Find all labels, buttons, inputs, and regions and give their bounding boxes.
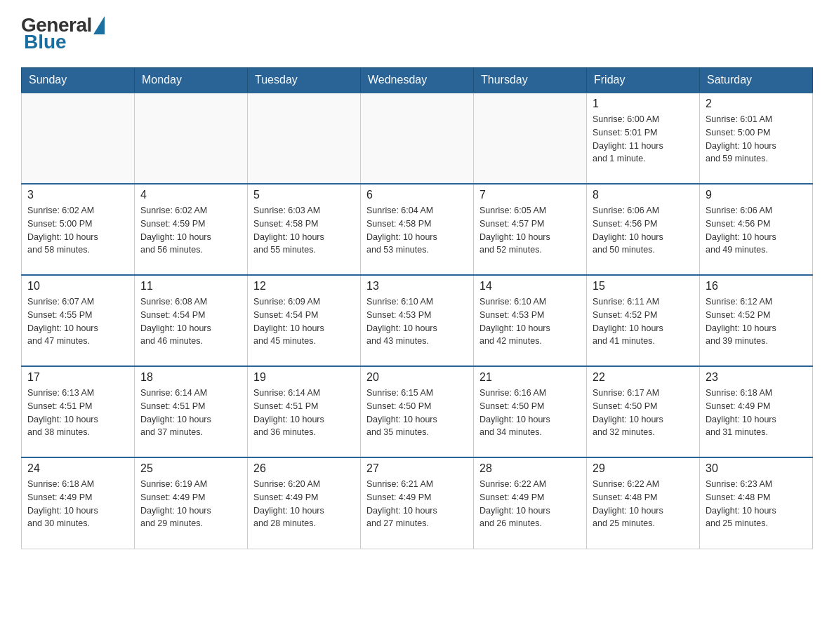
day-number: 1 bbox=[593, 98, 694, 110]
calendar-cell: 11Sunrise: 6:08 AMSunset: 4:54 PMDayligh… bbox=[135, 275, 248, 366]
calendar-cell: 25Sunrise: 6:19 AMSunset: 4:49 PMDayligh… bbox=[135, 457, 248, 549]
day-number: 11 bbox=[140, 280, 241, 293]
column-header-saturday: Saturday bbox=[700, 68, 813, 93]
day-number: 5 bbox=[253, 189, 355, 201]
calendar-cell: 2Sunrise: 6:01 AMSunset: 5:00 PMDaylight… bbox=[700, 93, 813, 184]
day-info: Sunrise: 6:09 AMSunset: 4:54 PMDaylight:… bbox=[253, 295, 355, 348]
calendar-cell: 7Sunrise: 6:05 AMSunset: 4:57 PMDaylight… bbox=[474, 184, 587, 275]
day-number: 16 bbox=[706, 280, 807, 293]
calendar-cell: 5Sunrise: 6:03 AMSunset: 4:58 PMDaylight… bbox=[248, 184, 361, 275]
day-info: Sunrise: 6:13 AMSunset: 4:51 PMDaylight:… bbox=[27, 387, 128, 439]
day-number: 27 bbox=[366, 462, 468, 475]
day-info: Sunrise: 6:10 AMSunset: 4:53 PMDaylight:… bbox=[366, 295, 468, 348]
page-header: General Blue bbox=[21, 14, 813, 53]
column-header-monday: Monday bbox=[135, 68, 248, 93]
calendar-cell: 16Sunrise: 6:12 AMSunset: 4:52 PMDayligh… bbox=[700, 275, 813, 366]
day-number: 23 bbox=[706, 371, 807, 384]
column-header-tuesday: Tuesday bbox=[248, 68, 361, 93]
day-info: Sunrise: 6:18 AMSunset: 4:49 PMDaylight:… bbox=[27, 478, 128, 530]
calendar-cell: 29Sunrise: 6:22 AMSunset: 4:48 PMDayligh… bbox=[587, 457, 700, 549]
calendar-cell: 22Sunrise: 6:17 AMSunset: 4:50 PMDayligh… bbox=[587, 366, 700, 457]
day-info: Sunrise: 6:02 AMSunset: 5:00 PMDaylight:… bbox=[27, 204, 128, 257]
day-info: Sunrise: 6:16 AMSunset: 4:50 PMDaylight:… bbox=[479, 387, 581, 439]
day-number: 8 bbox=[593, 189, 694, 201]
day-number: 3 bbox=[27, 189, 128, 201]
logo: General Blue bbox=[21, 14, 105, 53]
day-number: 15 bbox=[593, 280, 694, 293]
day-info: Sunrise: 6:06 AMSunset: 4:56 PMDaylight:… bbox=[706, 204, 807, 257]
day-number: 26 bbox=[253, 462, 355, 475]
calendar-week-row: 1Sunrise: 6:00 AMSunset: 5:01 PMDaylight… bbox=[22, 93, 813, 184]
calendar-cell: 17Sunrise: 6:13 AMSunset: 4:51 PMDayligh… bbox=[22, 366, 135, 457]
calendar-cell: 6Sunrise: 6:04 AMSunset: 4:58 PMDaylight… bbox=[361, 184, 474, 275]
calendar-cell: 14Sunrise: 6:10 AMSunset: 4:53 PMDayligh… bbox=[474, 275, 587, 366]
day-number: 21 bbox=[479, 371, 581, 384]
column-header-sunday: Sunday bbox=[22, 68, 135, 93]
calendar-cell: 21Sunrise: 6:16 AMSunset: 4:50 PMDayligh… bbox=[474, 366, 587, 457]
day-number: 25 bbox=[140, 462, 241, 475]
calendar-cell bbox=[135, 93, 248, 184]
day-info: Sunrise: 6:20 AMSunset: 4:49 PMDaylight:… bbox=[253, 478, 355, 530]
day-info: Sunrise: 6:06 AMSunset: 4:56 PMDaylight:… bbox=[593, 204, 694, 257]
day-info: Sunrise: 6:07 AMSunset: 4:55 PMDaylight:… bbox=[27, 295, 128, 348]
day-number: 12 bbox=[253, 280, 355, 293]
calendar-cell: 27Sunrise: 6:21 AMSunset: 4:49 PMDayligh… bbox=[361, 457, 474, 549]
day-info: Sunrise: 6:22 AMSunset: 4:49 PMDaylight:… bbox=[479, 478, 581, 530]
day-number: 18 bbox=[140, 371, 241, 384]
day-number: 4 bbox=[140, 189, 241, 201]
day-info: Sunrise: 6:08 AMSunset: 4:54 PMDaylight:… bbox=[140, 295, 241, 348]
calendar-cell: 15Sunrise: 6:11 AMSunset: 4:52 PMDayligh… bbox=[587, 275, 700, 366]
day-info: Sunrise: 6:21 AMSunset: 4:49 PMDaylight:… bbox=[366, 478, 468, 530]
day-info: Sunrise: 6:14 AMSunset: 4:51 PMDaylight:… bbox=[253, 387, 355, 439]
calendar-header-row: SundayMondayTuesdayWednesdayThursdayFrid… bbox=[22, 68, 813, 93]
day-info: Sunrise: 6:05 AMSunset: 4:57 PMDaylight:… bbox=[479, 204, 581, 257]
calendar-cell bbox=[248, 93, 361, 184]
calendar-cell: 12Sunrise: 6:09 AMSunset: 4:54 PMDayligh… bbox=[248, 275, 361, 366]
calendar-cell: 23Sunrise: 6:18 AMSunset: 4:49 PMDayligh… bbox=[700, 366, 813, 457]
calendar-cell bbox=[361, 93, 474, 184]
day-info: Sunrise: 6:10 AMSunset: 4:53 PMDaylight:… bbox=[479, 295, 581, 348]
day-number: 24 bbox=[27, 462, 128, 475]
day-info: Sunrise: 6:18 AMSunset: 4:49 PMDaylight:… bbox=[706, 387, 807, 439]
column-header-friday: Friday bbox=[587, 68, 700, 93]
day-info: Sunrise: 6:03 AMSunset: 4:58 PMDaylight:… bbox=[253, 204, 355, 257]
day-info: Sunrise: 6:17 AMSunset: 4:50 PMDaylight:… bbox=[593, 387, 694, 439]
calendar-cell: 24Sunrise: 6:18 AMSunset: 4:49 PMDayligh… bbox=[22, 457, 135, 549]
logo-blue-text: Blue bbox=[21, 31, 105, 53]
calendar-cell: 20Sunrise: 6:15 AMSunset: 4:50 PMDayligh… bbox=[361, 366, 474, 457]
day-info: Sunrise: 6:15 AMSunset: 4:50 PMDaylight:… bbox=[366, 387, 468, 439]
day-info: Sunrise: 6:11 AMSunset: 4:52 PMDaylight:… bbox=[593, 295, 694, 348]
day-info: Sunrise: 6:14 AMSunset: 4:51 PMDaylight:… bbox=[140, 387, 241, 439]
column-header-wednesday: Wednesday bbox=[361, 68, 474, 93]
calendar-cell: 19Sunrise: 6:14 AMSunset: 4:51 PMDayligh… bbox=[248, 366, 361, 457]
day-number: 7 bbox=[479, 189, 581, 201]
calendar-table: SundayMondayTuesdayWednesdayThursdayFrid… bbox=[21, 67, 813, 549]
day-number: 28 bbox=[479, 462, 581, 475]
calendar-week-row: 24Sunrise: 6:18 AMSunset: 4:49 PMDayligh… bbox=[22, 457, 813, 549]
calendar-cell: 9Sunrise: 6:06 AMSunset: 4:56 PMDaylight… bbox=[700, 184, 813, 275]
calendar-cell bbox=[22, 93, 135, 184]
day-info: Sunrise: 6:01 AMSunset: 5:00 PMDaylight:… bbox=[706, 113, 807, 166]
day-number: 9 bbox=[706, 189, 807, 201]
calendar-cell: 3Sunrise: 6:02 AMSunset: 5:00 PMDaylight… bbox=[22, 184, 135, 275]
calendar-cell: 1Sunrise: 6:00 AMSunset: 5:01 PMDaylight… bbox=[587, 93, 700, 184]
day-info: Sunrise: 6:19 AMSunset: 4:49 PMDaylight:… bbox=[140, 478, 241, 530]
calendar-week-row: 10Sunrise: 6:07 AMSunset: 4:55 PMDayligh… bbox=[22, 275, 813, 366]
day-number: 20 bbox=[366, 371, 468, 384]
calendar-cell: 13Sunrise: 6:10 AMSunset: 4:53 PMDayligh… bbox=[361, 275, 474, 366]
calendar-cell: 4Sunrise: 6:02 AMSunset: 4:59 PMDaylight… bbox=[135, 184, 248, 275]
day-number: 30 bbox=[706, 462, 807, 475]
day-number: 2 bbox=[706, 98, 807, 110]
calendar-week-row: 3Sunrise: 6:02 AMSunset: 5:00 PMDaylight… bbox=[22, 184, 813, 275]
calendar-cell bbox=[474, 93, 587, 184]
calendar-cell: 10Sunrise: 6:07 AMSunset: 4:55 PMDayligh… bbox=[22, 275, 135, 366]
day-info: Sunrise: 6:02 AMSunset: 4:59 PMDaylight:… bbox=[140, 204, 241, 257]
day-info: Sunrise: 6:22 AMSunset: 4:48 PMDaylight:… bbox=[593, 478, 694, 530]
calendar-cell: 26Sunrise: 6:20 AMSunset: 4:49 PMDayligh… bbox=[248, 457, 361, 549]
day-number: 29 bbox=[593, 462, 694, 475]
calendar-cell: 30Sunrise: 6:23 AMSunset: 4:48 PMDayligh… bbox=[700, 457, 813, 549]
calendar-cell: 18Sunrise: 6:14 AMSunset: 4:51 PMDayligh… bbox=[135, 366, 248, 457]
calendar-cell: 28Sunrise: 6:22 AMSunset: 4:49 PMDayligh… bbox=[474, 457, 587, 549]
calendar-week-row: 17Sunrise: 6:13 AMSunset: 4:51 PMDayligh… bbox=[22, 366, 813, 457]
day-info: Sunrise: 6:12 AMSunset: 4:52 PMDaylight:… bbox=[706, 295, 807, 348]
